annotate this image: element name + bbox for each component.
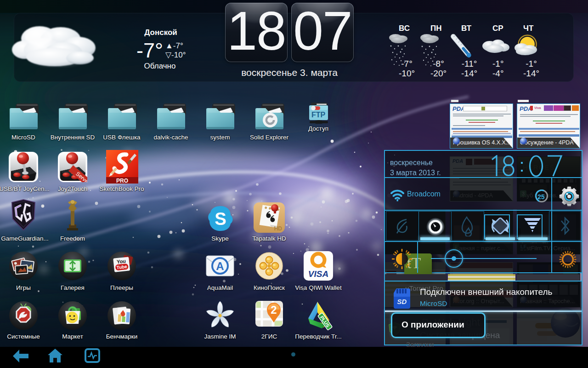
svg-text:SD: SD [397,298,407,305]
